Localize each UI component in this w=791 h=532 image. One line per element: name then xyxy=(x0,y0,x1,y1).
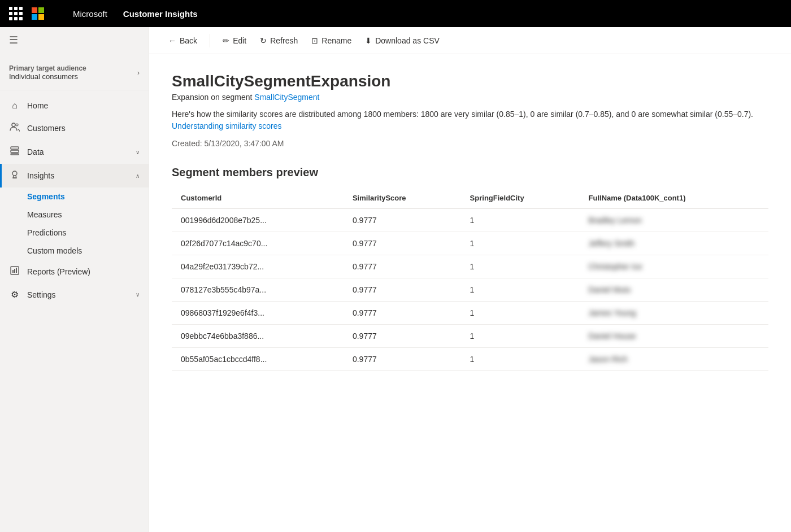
primary-audience-selector[interactable]: Primary target audience Individual consu… xyxy=(0,53,149,90)
sidebar-sub-measures[interactable]: Measures xyxy=(0,206,149,224)
audience-chevron-icon: › xyxy=(137,69,140,77)
svg-point-1 xyxy=(16,124,18,126)
cell-similarity-score: 0.9777 xyxy=(344,302,461,325)
back-label: Back xyxy=(180,36,197,45)
refresh-label: Refresh xyxy=(270,36,298,45)
home-icon: ⌂ xyxy=(9,101,20,111)
svg-point-5 xyxy=(12,171,17,176)
section-title: Segment members preview xyxy=(172,166,768,179)
cell-city: 1 xyxy=(461,348,580,371)
sidebar-item-insights[interactable]: Insights ∧ xyxy=(0,164,149,187)
refresh-button[interactable]: ↻ Refresh xyxy=(254,33,303,49)
cell-similarity-score: 0.9777 xyxy=(344,348,461,371)
col-fullname: FullName (Data100K_cont1) xyxy=(580,188,768,208)
cell-fullname: Bradley Lemon xyxy=(580,208,768,232)
table-row: 09868037f1929e6f4f3...0.97771James Young xyxy=(172,302,768,325)
top-nav: Microsoft Customer Insights xyxy=(0,0,791,27)
settings-chevron-icon: ∨ xyxy=(136,291,140,298)
primary-audience-label: Primary target audience xyxy=(9,64,86,72)
cell-city: 1 xyxy=(461,302,580,325)
cell-customer-id: 02f26d7077c14ac9c70... xyxy=(172,232,344,255)
table-row: 02f26d7077c14ac9c70...0.97771Jeffery Smi… xyxy=(172,232,768,255)
table-row: 078127e3b555c4b97a...0.97771Daniel Muto xyxy=(172,278,768,302)
download-icon: ⬇ xyxy=(365,36,372,45)
app-title: Customer Insights xyxy=(123,9,198,19)
cell-city: 1 xyxy=(461,208,580,232)
sidebar-item-settings[interactable]: ⚙ Settings ∨ xyxy=(0,284,149,306)
download-csv-button[interactable]: ⬇ Download as CSV xyxy=(359,33,445,49)
cell-similarity-score: 0.9777 xyxy=(344,232,461,255)
sidebar-item-reports[interactable]: Reports (Preview) xyxy=(0,260,149,284)
sidebar-nav: ⌂ Home Customers Data ∨ Insi xyxy=(0,90,149,310)
svg-rect-4 xyxy=(11,154,19,155)
microsoft-logo xyxy=(32,7,62,20)
sidebar-sub-segments[interactable]: Segments xyxy=(0,187,149,206)
hamburger-button[interactable]: ☰ xyxy=(0,27,149,53)
waffle-menu[interactable] xyxy=(9,7,23,20)
sidebar-customers-label: Customers xyxy=(27,124,140,133)
settings-icon: ⚙ xyxy=(9,289,20,300)
sidebar-item-data[interactable]: Data ∨ xyxy=(0,140,149,164)
cell-city: 1 xyxy=(461,255,580,278)
edit-icon: ✏ xyxy=(223,36,229,45)
toolbar: ← Back ✏ Edit ↻ Refresh ⊡ Rename ⬇ Downl… xyxy=(149,27,791,54)
col-springfield-city: SpringFieldCity xyxy=(461,188,580,208)
data-chevron-icon: ∨ xyxy=(136,149,140,155)
svg-rect-2 xyxy=(11,147,19,149)
rename-label: Rename xyxy=(321,36,351,45)
members-table: CustomerId SimilarityScore SpringFieldCi… xyxy=(172,188,768,371)
back-button[interactable]: ← Back xyxy=(163,33,203,49)
reports-icon xyxy=(9,265,20,278)
back-icon: ← xyxy=(168,36,176,45)
table-row: 09ebbc74e6bba3f886...0.97771Daniel House xyxy=(172,325,768,348)
rename-icon: ⊡ xyxy=(311,36,318,45)
cell-city: 1 xyxy=(461,325,580,348)
created-date: Created: 5/13/2020, 3:47:00 AM xyxy=(172,139,768,148)
svg-rect-8 xyxy=(14,269,15,273)
description-text: Here's how the similarity scores are dis… xyxy=(172,110,753,119)
insights-icon xyxy=(9,169,20,182)
data-icon xyxy=(9,146,20,158)
col-customer-id: CustomerId xyxy=(172,188,344,208)
sidebar-reports-label: Reports (Preview) xyxy=(27,267,140,276)
content-area: SmallCitySegmentExpansion Expansion on s… xyxy=(149,54,791,532)
cell-customer-id: 09ebbc74e6bba3f886... xyxy=(172,325,344,348)
refresh-icon: ↻ xyxy=(260,36,267,45)
subtitle: Expansion on segment SmallCitySegment xyxy=(172,93,768,102)
svg-rect-3 xyxy=(11,150,19,152)
cell-city: 1 xyxy=(461,278,580,302)
customers-icon xyxy=(9,122,20,134)
cell-customer-id: 078127e3b555c4b97a... xyxy=(172,278,344,302)
edit-label: Edit xyxy=(233,36,246,45)
cell-fullname: Daniel House xyxy=(580,325,768,348)
measures-label: Measures xyxy=(27,210,62,219)
primary-audience-value: Individual consumers xyxy=(9,72,86,81)
similarity-link[interactable]: Understanding similarity scores xyxy=(172,121,282,130)
subtitle-prefix: Expansion on segment xyxy=(172,93,252,102)
table-row: 04a29f2e031739cb72...0.97771Christopher … xyxy=(172,255,768,278)
cell-fullname: Jeffery Smith xyxy=(580,232,768,255)
cell-similarity-score: 0.9777 xyxy=(344,278,461,302)
cell-similarity-score: 0.9777 xyxy=(344,325,461,348)
table-row: 001996d6d2008e7b25...0.97771Bradley Lemo… xyxy=(172,208,768,232)
rename-button[interactable]: ⊡ Rename xyxy=(306,33,357,49)
sidebar-sub-predictions[interactable]: Predictions xyxy=(0,224,149,242)
sidebar: ☰ Primary target audience Individual con… xyxy=(0,27,149,532)
sidebar-sub-custom-models[interactable]: Custom models xyxy=(0,242,149,260)
svg-rect-9 xyxy=(16,268,17,273)
sidebar-home-label: Home xyxy=(27,101,140,110)
cell-customer-id: 09868037f1929e6f4f3... xyxy=(172,302,344,325)
cell-fullname: James Young xyxy=(580,302,768,325)
col-similarity-score: SimilarityScore xyxy=(344,188,461,208)
segment-link[interactable]: SmallCitySegment xyxy=(254,93,319,102)
cell-fullname: Jason Rich xyxy=(580,348,768,371)
sidebar-item-customers[interactable]: Customers xyxy=(0,116,149,140)
cell-fullname: Christopher Ice xyxy=(580,255,768,278)
cell-customer-id: 0b55af05ac1cbccd4ff8... xyxy=(172,348,344,371)
cell-customer-id: 001996d6d2008e7b25... xyxy=(172,208,344,232)
sidebar-item-home[interactable]: ⌂ Home xyxy=(0,95,149,116)
edit-button[interactable]: ✏ Edit xyxy=(217,33,252,49)
cell-fullname: Daniel Muto xyxy=(580,278,768,302)
page-title: SmallCitySegmentExpansion xyxy=(172,72,768,90)
microsoft-label: Microsoft xyxy=(73,9,107,19)
